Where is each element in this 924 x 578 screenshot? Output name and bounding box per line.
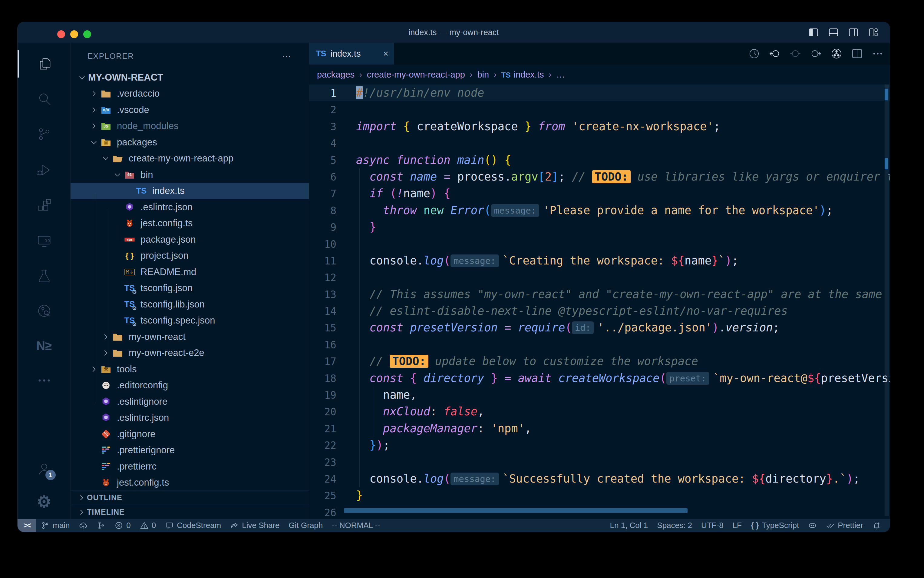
code-line-8[interactable]: 8 throw new Error(message:'Please provid… bbox=[309, 202, 890, 219]
navigate-forward-icon[interactable] bbox=[810, 47, 822, 60]
tree-item-my-own-react-e2e[interactable]: my-own-react-e2e bbox=[71, 345, 309, 361]
code-line-9[interactable]: 9 } bbox=[309, 219, 890, 235]
code-line-1[interactable]: 1#!/usr/bin/env node bbox=[309, 84, 890, 101]
outline-section[interactable]: OUTLINE bbox=[71, 490, 309, 505]
line-number[interactable]: 12 bbox=[309, 269, 337, 286]
tree-item-tsconfig.spec.json[interactable]: TS⚙tsconfig.spec.json bbox=[71, 313, 309, 329]
activity-settings-icon[interactable]: ⚙ bbox=[18, 488, 71, 515]
toggle-panel-icon[interactable] bbox=[828, 27, 839, 38]
code-line-12[interactable]: 12 bbox=[309, 269, 890, 286]
status-git-branch[interactable]: main bbox=[36, 519, 74, 532]
navigate-circle-icon[interactable] bbox=[789, 47, 801, 60]
code-line-22[interactable]: 22 }); bbox=[309, 437, 890, 453]
activity-accounts-icon[interactable]: 1 bbox=[18, 455, 71, 482]
tree-item-project.json[interactable]: { }project.json bbox=[71, 248, 309, 264]
tree-item-my-own-react[interactable]: my-own-react bbox=[71, 329, 309, 345]
vertical-scrollbar[interactable] bbox=[885, 84, 889, 516]
tree-item-.eslintignore[interactable]: .eslintignore bbox=[71, 393, 309, 410]
breadcrumb-item[interactable]: TSindex.ts bbox=[502, 70, 544, 80]
tree-item-.gitignore[interactable]: .gitignore bbox=[71, 426, 309, 442]
tree-item-.eslintrc.json[interactable]: .eslintrc.json bbox=[71, 199, 309, 215]
line-number[interactable]: 20 bbox=[309, 404, 337, 420]
line-number[interactable]: 6 bbox=[309, 169, 337, 185]
activity-explorer-icon[interactable] bbox=[18, 50, 71, 78]
tree-item-.prettierignore[interactable]: .prettierignore bbox=[71, 442, 309, 459]
status-errors[interactable]: 0 bbox=[110, 519, 135, 532]
breadcrumb-item[interactable]: create-my-own-react-app bbox=[367, 70, 465, 80]
horizontal-scrollbar[interactable] bbox=[344, 508, 688, 513]
tree-item-.prettierrc[interactable]: .prettierrc bbox=[71, 458, 309, 475]
code-line-23[interactable]: 23 bbox=[309, 454, 890, 471]
line-number[interactable]: 11 bbox=[309, 253, 337, 269]
activity-more-views-icon[interactable] bbox=[18, 367, 71, 394]
activity-search-icon[interactable] bbox=[18, 85, 71, 112]
code-line-24[interactable]: 24 console.log(message:`Successfully cre… bbox=[309, 471, 890, 487]
status-copilot[interactable] bbox=[804, 519, 821, 532]
line-number[interactable]: 17 bbox=[309, 353, 337, 370]
status-notifications[interactable] bbox=[868, 519, 885, 532]
code-line-4[interactable]: 4 bbox=[309, 135, 890, 151]
line-number[interactable]: 26 bbox=[309, 504, 337, 519]
code-line-13[interactable]: 13 // This assumes "my-own-react" and "c… bbox=[309, 286, 890, 303]
breadcrumb-item[interactable]: bin bbox=[477, 70, 489, 80]
tree-item-.verdaccio[interactable]: .verdaccio bbox=[71, 86, 309, 102]
line-number[interactable]: 2 bbox=[309, 101, 337, 118]
status-warnings[interactable]: 0 bbox=[135, 519, 160, 532]
code-line-5[interactable]: 5async function main() { bbox=[309, 152, 890, 169]
sidebar-more-actions-icon[interactable]: ⋯ bbox=[282, 51, 292, 62]
status-prettier[interactable]: Prettier bbox=[821, 519, 868, 532]
line-number[interactable]: 22 bbox=[309, 437, 337, 454]
tree-item-.vscode[interactable]: </>.vscode bbox=[71, 102, 309, 118]
line-number[interactable]: 21 bbox=[309, 421, 337, 437]
activity-extensions-icon[interactable] bbox=[18, 192, 71, 219]
tree-item-node-modules[interactable]: JSnode_modules bbox=[71, 118, 309, 135]
tree-item-create-my-own-react-app[interactable]: create-my-own-react-app bbox=[71, 151, 309, 167]
line-number[interactable]: 7 bbox=[309, 185, 337, 202]
code-line-2[interactable]: 2 bbox=[309, 101, 890, 118]
code-line-19[interactable]: 19 name, bbox=[309, 386, 890, 403]
code-line-20[interactable]: 20 nxCloud: false, bbox=[309, 403, 890, 420]
status-encoding[interactable]: UTF-8 bbox=[697, 519, 728, 532]
tree-root[interactable]: MY-OWN-REACT bbox=[71, 69, 309, 86]
tree-item-tsconfig.json[interactable]: TS⚙tsconfig.json bbox=[71, 280, 309, 297]
tree-item-package.json[interactable]: npmpackage.json bbox=[71, 231, 309, 248]
line-number[interactable]: 8 bbox=[309, 202, 337, 219]
navigate-back-icon[interactable] bbox=[769, 47, 781, 60]
code-line-14[interactable]: 14 // eslint-disable-next-line @typescri… bbox=[309, 303, 890, 319]
line-number[interactable]: 14 bbox=[309, 303, 337, 320]
line-number[interactable]: 1 bbox=[309, 85, 337, 101]
status-publish[interactable] bbox=[74, 519, 92, 532]
customize-layout-icon[interactable] bbox=[868, 27, 879, 38]
tree-item-packages[interactable]: ▣packages bbox=[71, 134, 309, 151]
line-number[interactable]: 18 bbox=[309, 370, 337, 387]
close-tab-icon[interactable]: × bbox=[383, 49, 388, 59]
line-number[interactable]: 16 bbox=[309, 336, 337, 353]
line-number[interactable]: 19 bbox=[309, 387, 337, 404]
status-eol[interactable]: LF bbox=[728, 519, 746, 532]
code-editor[interactable]: 1#!/usr/bin/env node23import { createWor… bbox=[309, 84, 890, 519]
line-number[interactable]: 10 bbox=[309, 236, 337, 253]
code-line-17[interactable]: 17 // TODO: update below to customize th… bbox=[309, 353, 890, 370]
activity-run-and-debug-icon[interactable] bbox=[18, 156, 71, 183]
line-number[interactable]: 25 bbox=[309, 487, 337, 504]
status-git-graph[interactable]: Git Graph bbox=[284, 519, 328, 532]
tree-item-.eslintrc.json[interactable]: .eslintrc.json bbox=[71, 410, 309, 426]
status-commit-graph[interactable] bbox=[92, 519, 110, 532]
tree-item-bin[interactable]: 01bin bbox=[71, 167, 309, 183]
code-line-6[interactable]: 6 const name = process.argv[2]; // TODO:… bbox=[309, 169, 890, 185]
activity-testing-icon[interactable] bbox=[18, 262, 71, 290]
timeline-section[interactable]: TIMELINE bbox=[71, 505, 309, 519]
tree-item-index.ts[interactable]: TSindex.ts bbox=[71, 183, 309, 199]
code-line-3[interactable]: 3import { createWorkspace } from 'create… bbox=[309, 118, 890, 135]
tree-item-jest.config.ts[interactable]: jest.config.ts bbox=[71, 475, 309, 491]
status-codestream[interactable]: CodeStream bbox=[160, 519, 225, 532]
status-cursor-position[interactable]: Ln 1, Col 1 bbox=[605, 519, 653, 532]
toggle-secondary-sidebar-icon[interactable] bbox=[848, 27, 859, 38]
breadcrumb-item[interactable]: packages bbox=[317, 70, 354, 80]
status-language-mode[interactable]: { }TypeScript bbox=[746, 519, 804, 532]
line-number[interactable]: 4 bbox=[309, 135, 337, 152]
code-line-18[interactable]: 18 const { directory } = await createWor… bbox=[309, 370, 890, 386]
line-number[interactable]: 9 bbox=[309, 219, 337, 236]
tree-item-tools[interactable]: ⚒tools bbox=[71, 361, 309, 377]
line-number[interactable]: 24 bbox=[309, 471, 337, 487]
